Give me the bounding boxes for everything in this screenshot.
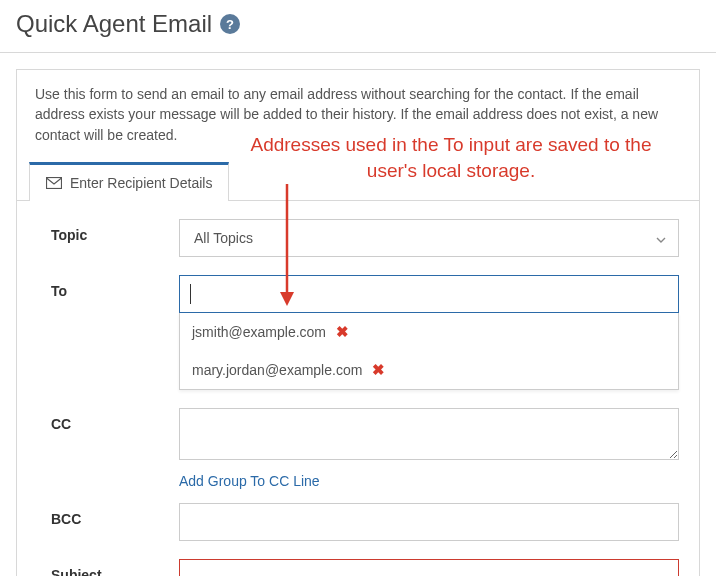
row-topic: Topic All Topics	[51, 219, 679, 257]
row-bcc: BCC	[51, 503, 679, 541]
subject-input[interactable]	[179, 559, 679, 576]
row-cc-link: Add Group To CC Line	[51, 469, 679, 489]
page-title: Quick Agent Email ?	[16, 10, 700, 38]
close-icon[interactable]: ✖	[372, 361, 385, 379]
label-bcc: BCC	[51, 503, 179, 527]
label-cc: CC	[51, 408, 179, 432]
topic-select[interactable]: All Topics	[179, 219, 679, 257]
label-subject: Subject	[51, 559, 179, 576]
panel: Use this form to send an email to any em…	[16, 69, 700, 576]
add-group-cc-link[interactable]: Add Group To CC Line	[179, 473, 320, 489]
to-input[interactable]	[179, 275, 679, 313]
suggestion-email: jsmith@example.com	[192, 324, 326, 340]
intro-text: Use this form to send an email to any em…	[17, 70, 699, 161]
label-topic: Topic	[51, 219, 179, 243]
label-to: To	[51, 275, 179, 299]
row-cc: CC	[51, 408, 679, 463]
close-icon[interactable]: ✖	[336, 323, 349, 341]
text-cursor	[190, 284, 191, 304]
help-icon[interactable]: ?	[220, 14, 240, 34]
tab-recipient-details[interactable]: Enter Recipient Details	[29, 162, 229, 201]
tab-label: Enter Recipient Details	[70, 175, 212, 191]
page-title-text: Quick Agent Email	[16, 10, 212, 38]
cc-input[interactable]	[179, 408, 679, 460]
topic-value: All Topics	[194, 230, 253, 246]
to-suggestions: jsmith@example.com ✖ mary.jordan@example…	[179, 313, 679, 390]
suggestion-item[interactable]: mary.jordan@example.com ✖	[180, 351, 678, 389]
page-header: Quick Agent Email ?	[0, 0, 716, 53]
row-subject: Subject	[51, 559, 679, 576]
suggestion-item[interactable]: jsmith@example.com ✖	[180, 313, 678, 351]
chevron-down-icon	[656, 230, 666, 246]
form-area: Topic All Topics To jsmith@example.com	[17, 201, 699, 576]
suggestion-email: mary.jordan@example.com	[192, 362, 362, 378]
bcc-input[interactable]	[179, 503, 679, 541]
row-to: To jsmith@example.com ✖ mary.jordan@exam…	[51, 275, 679, 390]
envelope-icon	[46, 177, 62, 189]
tab-bar: Enter Recipient Details	[17, 161, 699, 201]
